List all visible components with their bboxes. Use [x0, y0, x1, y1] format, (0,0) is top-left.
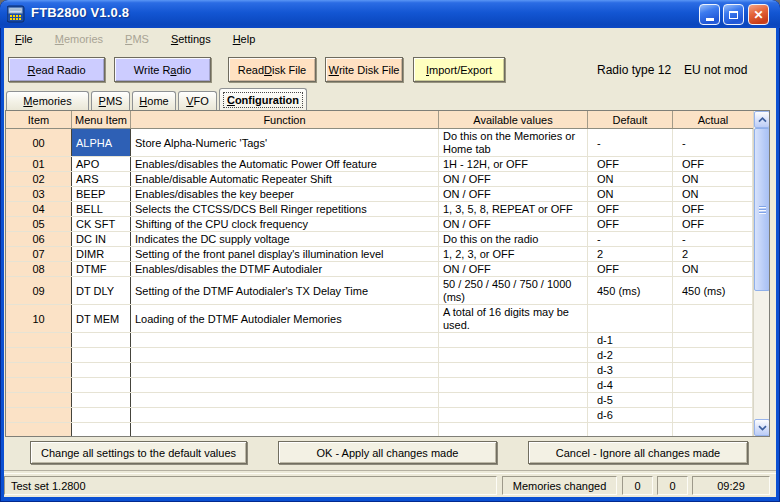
- cell-default[interactable]: -: [588, 129, 673, 156]
- table-row[interactable]: 10DT MEMLoading of the DTMF Autodialer M…: [6, 305, 753, 333]
- cell-available-values[interactable]: Do this on the Memories or Home tab: [439, 129, 588, 156]
- table-row[interactable]: 06DC INIndicates the DC supply voltageDo…: [6, 232, 753, 247]
- cell-actual[interactable]: [673, 333, 753, 347]
- cell-default[interactable]: d-6: [588, 408, 673, 422]
- write-radio-button[interactable]: Write Radio: [114, 57, 211, 82]
- cell-default[interactable]: -: [588, 232, 673, 246]
- cell-menu-item[interactable]: ALPHA: [72, 129, 131, 156]
- cell-function[interactable]: Enables/disables the Automatic Power Off…: [131, 157, 439, 171]
- cell-actual[interactable]: 450 (ms): [673, 277, 753, 304]
- cell-available-values[interactable]: [439, 423, 588, 437]
- cell-available-values[interactable]: ON / OFF: [439, 172, 588, 186]
- cell-item[interactable]: 10: [6, 305, 72, 332]
- cell-function[interactable]: [131, 363, 439, 377]
- cell-menu-item[interactable]: [72, 393, 131, 407]
- cell-menu-item[interactable]: [72, 423, 131, 437]
- cell-function[interactable]: Indicates the DC supply voltage: [131, 232, 439, 246]
- cell-menu-item[interactable]: [72, 408, 131, 422]
- table-row[interactable]: 05CK SFTShifting of the CPU clock freque…: [6, 217, 753, 232]
- cell-menu-item[interactable]: ARS: [72, 172, 131, 186]
- tab-memories[interactable]: Memories: [6, 91, 89, 110]
- cell-default[interactable]: [588, 423, 673, 437]
- cell-actual[interactable]: -: [673, 129, 753, 156]
- cell-available-values[interactable]: 1, 2, 3, or OFF: [439, 247, 588, 261]
- menu-help[interactable]: Help: [226, 31, 263, 47]
- cell-function[interactable]: [131, 423, 439, 437]
- cell-available-values[interactable]: 50 / 250 / 450 / 750 / 1000 (ms): [439, 277, 588, 304]
- cell-actual[interactable]: ON: [673, 187, 753, 201]
- cell-default[interactable]: ON: [588, 187, 673, 201]
- read-radio-button[interactable]: Read Radio: [8, 57, 105, 82]
- table-row[interactable]: 08DTMFEnables/disables the DTMF Autodial…: [6, 262, 753, 277]
- tab-configuration[interactable]: Configuration: [219, 88, 307, 110]
- read-disk-file-button[interactable]: Read Disk File: [228, 57, 316, 82]
- vertical-scrollbar[interactable]: [753, 111, 769, 436]
- menu-settings[interactable]: Settings: [164, 31, 218, 47]
- cell-default[interactable]: d-4: [588, 378, 673, 392]
- cell-menu-item[interactable]: [72, 348, 131, 362]
- table-row[interactable]: d-5: [6, 393, 753, 408]
- tab-home[interactable]: Home: [132, 91, 176, 110]
- table-row[interactable]: d-3: [6, 363, 753, 378]
- cell-item[interactable]: 06: [6, 232, 72, 246]
- cell-menu-item[interactable]: DT DLY: [72, 277, 131, 304]
- cell-item[interactable]: 03: [6, 187, 72, 201]
- ok-button[interactable]: OK - Apply all changes made: [278, 441, 497, 464]
- table-row[interactable]: 04BELLSelects the CTCSS/DCS Bell Ringer …: [6, 202, 753, 217]
- cell-menu-item[interactable]: APO: [72, 157, 131, 171]
- table-row[interactable]: [6, 423, 753, 437]
- cell-default[interactable]: [588, 305, 673, 332]
- cell-item[interactable]: 08: [6, 262, 72, 276]
- cell-item[interactable]: 00: [6, 129, 72, 156]
- write-disk-file-button[interactable]: Write Disk File: [325, 57, 403, 82]
- cell-function[interactable]: Enable/disable Automatic Repeater Shift: [131, 172, 439, 186]
- cell-default[interactable]: d-5: [588, 393, 673, 407]
- cell-available-values[interactable]: ON / OFF: [439, 262, 588, 276]
- cell-function[interactable]: Loading of the DTMF Autodialer Memories: [131, 305, 439, 332]
- cell-function[interactable]: Setting of the DTMF Autodialer's TX Dela…: [131, 277, 439, 304]
- cell-actual[interactable]: ON: [673, 262, 753, 276]
- table-row[interactable]: d-1: [6, 333, 753, 348]
- cell-menu-item[interactable]: [72, 378, 131, 392]
- cell-menu-item[interactable]: DT MEM: [72, 305, 131, 332]
- cell-default[interactable]: OFF: [588, 202, 673, 216]
- cell-actual[interactable]: [673, 393, 753, 407]
- table-row[interactable]: d-2: [6, 348, 753, 363]
- cell-function[interactable]: Selects the CTCSS/DCS Bell Ringer repeti…: [131, 202, 439, 216]
- cell-function[interactable]: Setting of the front panel display's ill…: [131, 247, 439, 261]
- cell-actual[interactable]: [673, 305, 753, 332]
- table-row[interactable]: 07DIMRSetting of the front panel display…: [6, 247, 753, 262]
- cell-function[interactable]: [131, 378, 439, 392]
- tab-vfo[interactable]: VFO: [178, 91, 217, 110]
- cell-default[interactable]: OFF: [588, 217, 673, 231]
- cell-default[interactable]: d-1: [588, 333, 673, 347]
- cell-function[interactable]: Enables/disables the DTMF Autodialer: [131, 262, 439, 276]
- cell-menu-item[interactable]: BELL: [72, 202, 131, 216]
- cell-available-values[interactable]: A total of 16 digits may be used.: [439, 305, 588, 332]
- table-row[interactable]: d-6: [6, 408, 753, 423]
- cell-item[interactable]: 05: [6, 217, 72, 231]
- cell-actual[interactable]: OFF: [673, 217, 753, 231]
- cell-function[interactable]: Store Alpha-Numeric 'Tags': [131, 129, 439, 156]
- cell-available-values[interactable]: ON / OFF: [439, 187, 588, 201]
- cell-item[interactable]: [6, 348, 72, 362]
- cell-menu-item[interactable]: [72, 333, 131, 347]
- cell-actual[interactable]: [673, 348, 753, 362]
- cell-menu-item[interactable]: [72, 363, 131, 377]
- cell-actual[interactable]: 2: [673, 247, 753, 261]
- cell-default[interactable]: ON: [588, 172, 673, 186]
- cell-actual[interactable]: [673, 378, 753, 392]
- cell-available-values[interactable]: [439, 408, 588, 422]
- cell-item[interactable]: 02: [6, 172, 72, 186]
- cell-available-values[interactable]: Do this on the radio: [439, 232, 588, 246]
- cell-function[interactable]: [131, 408, 439, 422]
- cell-function[interactable]: [131, 333, 439, 347]
- cell-available-values[interactable]: [439, 363, 588, 377]
- cell-item[interactable]: 01: [6, 157, 72, 171]
- cell-menu-item[interactable]: DC IN: [72, 232, 131, 246]
- cell-available-values[interactable]: [439, 393, 588, 407]
- cancel-button[interactable]: Cancel - Ignore all changes made: [528, 441, 748, 464]
- cell-item[interactable]: 07: [6, 247, 72, 261]
- cell-function[interactable]: Shifting of the CPU clock frequency: [131, 217, 439, 231]
- minimize-button[interactable]: [699, 4, 720, 25]
